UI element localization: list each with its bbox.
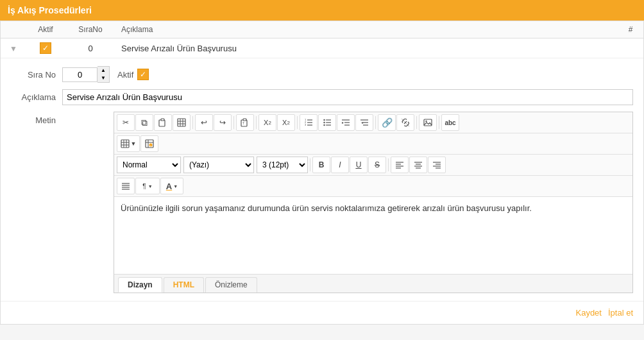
svg-point-20 [323,122,325,123]
unordered-list-btn[interactable] [318,114,336,131]
form-aktif-checkbox[interactable]: ✓ [137,69,149,80]
size-select[interactable]: 3 (12pt) [257,157,308,173]
tab-html[interactable]: HTML [164,277,204,293]
sira-no-row: Sıra No ▲ ▼ Aktif ✓ [11,66,633,83]
align-left-btn[interactable] [391,157,409,173]
outdent-btn[interactable] [355,114,373,131]
ordered-list-btn[interactable]: 1 2 3 [300,114,318,131]
paste-btn[interactable] [154,114,172,131]
col-header-aktif: Aktif [26,25,65,34]
editor-content[interactable]: Ürününüzle ilgili sorun yaşamanız durumu… [114,197,632,274]
sira-no-label: Sıra No [11,70,62,80]
svg-point-32 [425,121,427,122]
aktif-label: Aktif [117,70,133,80]
align-right-btn[interactable] [428,157,446,173]
separator-4 [297,116,298,129]
toolbar-row-1: ✂ ⧉ [114,112,632,133]
svg-text:T: T [242,121,244,125]
aciklama-row: Açıklama [11,89,633,105]
svg-point-21 [323,124,325,126]
sira-no-input[interactable] [62,67,97,82]
copy-btn[interactable]: ⧉ [135,114,153,131]
row-aktif-cell: ✓ [26,42,65,54]
svg-rect-33 [121,140,129,148]
tab-onizleme[interactable]: Önizleme [205,277,257,293]
editor-text: Ürününüzle ilgili sorun yaşamanız durumu… [121,203,532,213]
metin-label: Metin [11,112,62,125]
link-btn[interactable]: 🔗 [378,114,396,131]
separator-3 [256,116,257,129]
unlink-btn[interactable] [396,114,414,131]
separator-2 [233,116,234,129]
spinner-buttons: ▲ ▼ [97,66,110,83]
aciklama-input[interactable] [62,89,633,105]
separator-7 [439,116,439,129]
app-title: İş Akış Prosedürleri [8,5,92,15]
title-bar: İş Akış Prosedürleri [0,0,644,21]
table-btn[interactable] [173,114,191,131]
separator-6 [416,116,417,129]
row-sirano-value: 0 [88,44,92,53]
paste-text-btn[interactable]: T [236,114,254,131]
align-center-btn[interactable] [409,157,427,173]
image-btn[interactable] [419,114,437,131]
undo-btn[interactable]: ↩ [195,114,213,131]
cut-btn[interactable]: ✂ [117,114,135,131]
style-select[interactable]: Normal [117,157,181,173]
svg-rect-31 [424,119,432,126]
font-select[interactable]: (Yazı) [183,157,254,173]
metin-row: Metin ✂ ⧉ [11,112,633,293]
svg-marker-29 [361,122,363,124]
svg-rect-2 [178,119,185,126]
justify-btn[interactable] [117,178,135,194]
row-arrow[interactable]: ▼ [1,44,26,53]
svg-marker-25 [342,122,344,124]
redo-btn[interactable]: ↪ [214,114,232,131]
svg-rect-8 [243,119,246,121]
strike-btn[interactable]: S [368,157,386,173]
bold-btn[interactable]: B [312,157,330,173]
svg-rect-1 [161,119,164,121]
sira-no-spinner: ▲ ▼ [62,66,110,83]
editor-container: ✂ ⧉ [114,112,633,293]
spinner-up-btn[interactable]: ▲ [97,67,109,74]
table-options-btn[interactable]: + [140,135,158,152]
toolbar-row-2: ▼ + [114,133,632,155]
underline-btn[interactable]: U [350,157,368,173]
separator-5 [375,116,376,129]
row-aciklama-value: Servise Arızalı Ürün Başvurusu [121,44,237,53]
indent-btn[interactable] [337,114,355,131]
dropdown-arrow: ▼ [131,140,137,147]
editor-wrapper: ✂ ⧉ [62,112,633,293]
format-btn[interactable]: ¶▼ [135,178,160,194]
italic-btn[interactable]: I [331,157,349,173]
aktif-checkbox[interactable]: ✓ [40,42,51,54]
table-insert-btn[interactable]: ▼ [117,135,140,152]
toolbar-row-3: Normal (Yazı) 3 (12pt) B I U S [114,155,632,176]
save-link[interactable]: Kaydet [575,308,601,318]
toolbar-row-4: ¶▼ A ▼ [114,176,632,197]
row-sirano-cell: 0 [65,44,116,53]
svg-point-19 [323,119,325,121]
spell-btn[interactable]: abc [441,114,459,131]
subscript-btn[interactable]: X2 [277,114,295,131]
separator-9 [388,158,389,171]
tab-dizayn[interactable]: Dizayn [118,277,162,293]
superscript-btn[interactable]: X2 [258,114,276,131]
col-header-sirano: SıraNo [65,25,116,34]
font-color-btn[interactable]: A ▼ [160,178,183,194]
table-header: Aktif SıraNo Açıklama # [1,21,643,38]
main-container: Aktif SıraNo Açıklama # ▼ ✓ 0 Servise Ar… [0,21,644,325]
editor-tabs: Dizayn HTML Önizleme [114,274,632,293]
footer: Kaydet İptal et [1,301,643,324]
spinner-down-btn[interactable]: ▼ [97,74,109,82]
arrow-down-icon: ▼ [10,44,17,53]
row-aciklama-cell: Servise Arızalı Ürün Başvurusu [116,44,618,53]
cancel-link[interactable]: İptal et [608,308,633,318]
col-header-aciklama: Açıklama [116,25,618,34]
aciklama-label: Açıklama [11,92,62,102]
col-header-hash: # [618,25,643,34]
svg-text:3: 3 [305,123,307,126]
table-row: ▼ ✓ 0 Servise Arızalı Ürün Başvurusu [1,38,643,58]
separator-8 [310,158,310,171]
